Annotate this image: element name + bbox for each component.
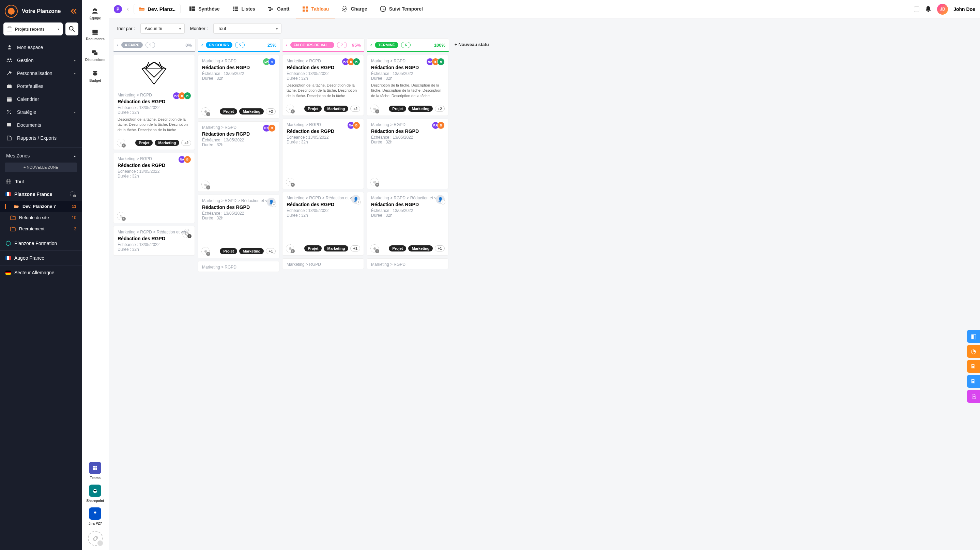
zones-header[interactable]: Mes Zones ▴ [0, 149, 82, 161]
project-badge[interactable]: P [114, 5, 122, 13]
add-assignee-button[interactable]: ⊘ [182, 229, 191, 238]
task-card[interactable]: Marketing > RGPDRABRRédaction des RGPDÉc… [367, 55, 449, 116]
task-card[interactable]: Marketing > RGPDLRARédaction des RGPDÉch… [197, 55, 279, 119]
search-button[interactable] [65, 22, 78, 35]
fab-orange-doc[interactable]: 🗎 [967, 360, 980, 373]
user-avatar[interactable]: JD [937, 4, 948, 15]
new-zone-button[interactable]: + NOUVELLE ZONE [5, 162, 77, 172]
more-tags[interactable]: +2 [266, 108, 276, 114]
fab-blue-doc[interactable]: 🗎 [967, 375, 980, 388]
sidebar-item-personnalisation[interactable]: Personnalisation▾ [0, 67, 82, 80]
tag[interactable]: Projet [220, 248, 237, 254]
show-select[interactable]: Tout [213, 23, 282, 34]
add-status-button[interactable]: + Nouveau statu [451, 38, 492, 546]
zone-france[interactable]: Planzone France + [0, 188, 82, 201]
tag[interactable]: Projet [389, 245, 406, 251]
tag[interactable]: Projet [304, 106, 322, 112]
column-header[interactable]: ‹ EN COURS 5 25% [197, 38, 280, 51]
column-header[interactable]: ‹ EN COURS DE VAL... 7 95% [282, 38, 364, 51]
tag[interactable]: Marketing [324, 106, 348, 112]
tag[interactable]: Marketing [239, 108, 264, 114]
column-header[interactable]: ‹ TERMINÉ 6 100% [367, 38, 449, 51]
zone-formation[interactable]: Planzone Formation [0, 237, 82, 249]
tab-synthèse[interactable]: Synthèse [183, 0, 226, 18]
collapse-sidebar-button[interactable] [70, 8, 77, 14]
recent-projects-select[interactable]: Projets récents ▾ [3, 22, 63, 35]
tag[interactable]: Marketing [155, 140, 179, 146]
tag[interactable]: Marketing [408, 106, 433, 112]
integration-sharepoint[interactable]: Sharepoint [86, 483, 104, 502]
add-link-icon[interactable]: ⊕ [371, 244, 379, 253]
task-card[interactable]: Marketing > RGPDRABRédaction des RGPDÉch… [282, 119, 364, 189]
task-card[interactable]: Marketing > RGPDRABRédaction des RGPDÉch… [197, 121, 279, 192]
tab-charge[interactable]: Charge [335, 0, 373, 18]
zone-folder[interactable]: Dev. Planzone 711 [0, 201, 82, 212]
task-card[interactable]: Marketing > RGPD > Rédaction et vérif👤Ré… [282, 192, 364, 256]
zone-all[interactable]: Tout [0, 175, 82, 188]
integration-teams[interactable]: Teams [89, 460, 101, 480]
tag[interactable]: Projet [389, 106, 406, 112]
add-link-icon[interactable]: ⊕ [201, 181, 210, 189]
header-checkbox[interactable] [914, 6, 920, 12]
add-link-icon[interactable]: ⊕ [286, 244, 294, 253]
add-assignee-button[interactable]: 👤 [436, 195, 445, 204]
fab-orange[interactable]: ◔ [967, 345, 980, 358]
breadcrumb-current[interactable]: Dev. Planz.. [134, 4, 181, 14]
more-tags[interactable]: +2 [435, 106, 445, 112]
integration-jirapz7[interactable]: Jira PZ7 [89, 505, 102, 525]
zone-folder[interactable]: Recrutement3 [0, 223, 82, 234]
project-tab-équipe[interactable]: Équipe [83, 3, 107, 24]
add-link-icon[interactable]: ⊕ [201, 247, 210, 255]
add-link-icon[interactable]: ⊕ [286, 105, 294, 113]
tag[interactable]: Marketing [408, 245, 433, 251]
task-card[interactable]: Marketing > RGPDRABRRédaction des RGPDÉc… [282, 55, 364, 116]
tab-gantt[interactable]: Gantt [261, 0, 296, 18]
add-link-icon[interactable]: ⊕ [286, 178, 294, 186]
tag[interactable]: Projet [220, 108, 237, 114]
task-card[interactable]: Marketing > RGPDRABRRédaction des RGPDÉc… [113, 55, 195, 150]
tag[interactable]: Marketing [324, 245, 348, 251]
breadcrumb-back-button[interactable]: ‹ [124, 5, 132, 13]
project-tab-discussions[interactable]: Discussions [83, 45, 107, 66]
zone-augeo[interactable]: Augeo France [0, 252, 82, 264]
task-card[interactable]: Marketing > RGPD [282, 258, 364, 269]
sidebar-item-stratgie[interactable]: Stratégie▾ [0, 106, 82, 119]
tab-tableau[interactable]: Tableau [296, 0, 335, 18]
task-card[interactable]: Marketing > RGPD > Rédaction et vérif👤Ré… [197, 195, 279, 258]
more-tags[interactable]: +2 [181, 140, 191, 146]
add-link-icon[interactable]: ⊕ [201, 107, 210, 116]
more-tags[interactable]: +2 [350, 106, 360, 112]
more-tags[interactable]: +1 [350, 245, 360, 251]
task-card[interactable]: Marketing > RGPDRABRédaction des RGPDÉch… [113, 153, 195, 223]
fab-blue[interactable]: ◧ [967, 330, 980, 343]
add-link-icon[interactable]: ⊕ [117, 139, 125, 147]
add-link-icon[interactable]: ⊕ [117, 212, 125, 220]
sidebar-item-rapportsexports[interactable]: Rapports / Exports [0, 132, 82, 145]
project-tab-budget[interactable]: Budget [83, 66, 107, 87]
project-tab-documents[interactable]: Documents [83, 24, 107, 45]
zone-folder[interactable]: Refonte du site10 [0, 212, 82, 223]
more-tags[interactable]: +1 [435, 245, 445, 251]
zone-allemagne[interactable]: Secteur Allemagne [0, 267, 82, 278]
sort-select[interactable]: Aucun tri [140, 23, 185, 34]
tab-suivitemporel[interactable]: Suivi Temporel [374, 0, 429, 18]
fab-export[interactable]: ⎘ [967, 390, 980, 403]
task-card[interactable]: Marketing > RGPD [197, 261, 279, 272]
tag[interactable]: Projet [135, 140, 153, 146]
add-link-icon[interactable]: ⊕ [371, 178, 379, 186]
tag[interactable]: Marketing [239, 248, 264, 254]
sidebar-item-documents[interactable]: Documents [0, 119, 82, 132]
sidebar-item-portefeuilles[interactable]: Portefeuilles [0, 80, 82, 93]
add-link-icon[interactable]: ⊕ [371, 105, 379, 113]
task-card[interactable]: Marketing > RGPDRABRédaction des RGPDÉch… [367, 119, 449, 189]
sidebar-item-monespace[interactable]: Mon espace [0, 41, 82, 54]
tag[interactable]: Projet [304, 245, 322, 251]
more-tags[interactable]: +1 [266, 248, 276, 254]
task-card[interactable]: Marketing > RGPD > Rédaction et vérif👤Ré… [367, 192, 449, 256]
add-integration-button[interactable] [88, 531, 103, 546]
add-assignee-button[interactable]: 👤 [267, 198, 276, 207]
column-header[interactable]: ‹ À FAIRE 5 0% [113, 38, 196, 51]
sidebar-item-calendrier[interactable]: Calendrier [0, 93, 82, 106]
add-assignee-button[interactable]: 👤 [351, 195, 360, 204]
tab-listes[interactable]: Listes [226, 0, 261, 18]
